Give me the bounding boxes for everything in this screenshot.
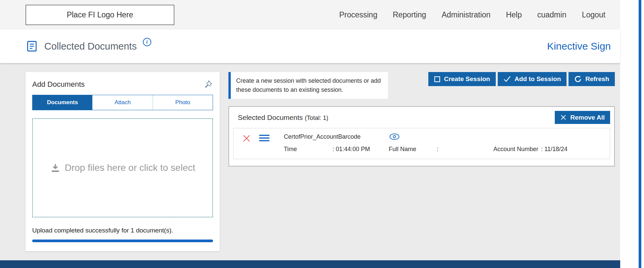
page-title-group: Collected Documents i bbox=[25, 29, 151, 63]
time-label: Time bbox=[284, 146, 332, 153]
dropzone-text: Drop files here or click to select bbox=[65, 162, 195, 173]
create-session-label: Create Session bbox=[444, 75, 490, 83]
document-account-number: Account Number : 11/18/24 bbox=[493, 146, 610, 153]
page: Place FI Logo Here Processing Reporting … bbox=[0, 0, 620, 268]
red-close-icon[interactable] bbox=[242, 134, 251, 143]
account-number-label: Account Number bbox=[493, 146, 538, 153]
tab-photo[interactable]: Photo bbox=[153, 95, 213, 110]
session-column: Create a new session with selected docum… bbox=[228, 72, 615, 166]
document-row-content: CertofPrior_AccountBarcode Time : 01:44:… bbox=[284, 133, 610, 153]
remove-all-label: Remove All bbox=[570, 114, 605, 121]
square-icon bbox=[434, 76, 440, 82]
document-row-actions bbox=[233, 133, 284, 153]
nav-item-processing[interactable]: Processing bbox=[339, 10, 377, 19]
main-nav: Processing Reporting Administration Help… bbox=[339, 0, 605, 29]
footer-bar bbox=[0, 260, 620, 268]
check-icon bbox=[503, 76, 511, 82]
document-row: CertofPrior_AccountBarcode Time : 01:44:… bbox=[233, 128, 610, 159]
session-top-row: Create a new session with selected docum… bbox=[228, 72, 615, 99]
upload-progress-bar bbox=[32, 240, 213, 242]
refresh-button[interactable]: Refresh bbox=[569, 72, 615, 86]
content-area: Add Documents Documents Attach Photo bbox=[0, 63, 620, 260]
nav-item-administration[interactable]: Administration bbox=[442, 10, 491, 19]
create-session-button[interactable]: Create Session bbox=[428, 72, 496, 86]
account-number-value: : 11/18/24 bbox=[541, 146, 568, 153]
refresh-label: Refresh bbox=[585, 75, 609, 83]
fi-logo-placeholder: Place FI Logo Here bbox=[25, 5, 174, 25]
sub-header: Collected Documents i Kinective Sign bbox=[0, 29, 620, 63]
info-icon[interactable]: i bbox=[143, 38, 151, 46]
upload-status-text: Upload completed successfully for 1 docu… bbox=[32, 227, 213, 234]
nav-item-help[interactable]: Help bbox=[506, 10, 522, 19]
session-buttons: Create Session Add to Session bbox=[428, 72, 615, 86]
add-documents-header: Add Documents bbox=[32, 79, 213, 89]
page-title: Collected Documents bbox=[44, 41, 137, 52]
document-lines-icon bbox=[25, 40, 38, 53]
brand-kinective-sign: Kinective Sign bbox=[547, 29, 611, 63]
add-documents-tabs: Documents Attach Photo bbox=[32, 95, 213, 110]
document-full-name: Full Name : bbox=[389, 146, 493, 153]
add-documents-card: Add Documents Documents Attach Photo bbox=[25, 72, 220, 251]
full-name-label: Full Name bbox=[389, 146, 437, 153]
refresh-icon bbox=[574, 75, 582, 83]
tab-documents[interactable]: Documents bbox=[33, 95, 92, 110]
fi-logo-text: Place FI Logo Here bbox=[67, 10, 133, 19]
selected-documents-title: Selected Documents (Total: 1) bbox=[238, 114, 328, 122]
top-bar: Place FI Logo Here Processing Reporting … bbox=[0, 0, 620, 29]
vertical-scrollbar[interactable] bbox=[639, 0, 641, 268]
hamburger-icon[interactable] bbox=[259, 134, 270, 142]
selected-documents-title-text: Selected Documents bbox=[238, 114, 303, 121]
close-icon bbox=[560, 114, 567, 121]
add-to-session-label: Add to Session bbox=[515, 75, 561, 83]
selected-documents-total: (Total: 1) bbox=[305, 115, 328, 121]
download-icon bbox=[50, 162, 61, 173]
nav-item-cuadmin[interactable]: cuadmin bbox=[537, 10, 567, 19]
document-time: Time : 01:44:00 PM bbox=[284, 146, 389, 153]
add-documents-title: Add Documents bbox=[32, 80, 85, 89]
add-to-session-button[interactable]: Add to Session bbox=[498, 72, 567, 86]
session-info-box: Create a new session with selected docum… bbox=[228, 72, 388, 99]
file-dropzone[interactable]: Drop files here or click to select bbox=[32, 118, 213, 217]
eye-icon[interactable] bbox=[389, 133, 493, 140]
remove-all-button[interactable]: Remove All bbox=[555, 111, 610, 124]
document-file-name: CertofPrior_AccountBarcode bbox=[284, 133, 389, 140]
selected-documents-panel: Selected Documents (Total: 1) Remove All bbox=[228, 106, 615, 166]
selected-documents-header: Selected Documents (Total: 1) Remove All bbox=[233, 111, 610, 124]
full-name-value: : bbox=[437, 146, 438, 153]
tab-attach[interactable]: Attach bbox=[92, 95, 152, 110]
nav-item-reporting[interactable]: Reporting bbox=[393, 10, 426, 19]
time-value: : 01:44:00 PM bbox=[332, 146, 370, 153]
nav-item-logout[interactable]: Logout bbox=[582, 10, 605, 19]
pushpin-icon[interactable] bbox=[203, 79, 213, 89]
